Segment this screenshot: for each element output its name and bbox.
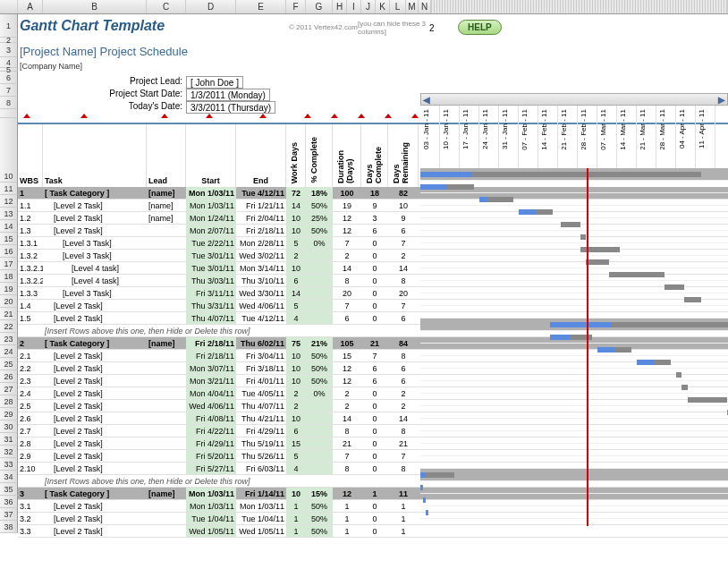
cell-lead[interactable]	[147, 400, 186, 412]
cell-end[interactable]: Thu 5/26/11	[236, 450, 286, 462]
row-num[interactable]: 3	[0, 43, 18, 57]
cell-days-complete[interactable]: 18	[361, 187, 388, 199]
col-N[interactable]: N	[419, 0, 431, 13]
cell-pct[interactable]: 50%	[306, 200, 333, 211]
cell-days-complete[interactable]: 0	[361, 463, 388, 474]
cell-duration[interactable]: 1	[333, 500, 361, 512]
cell-end[interactable]: Fri 4/01/11	[236, 375, 286, 386]
cell-wbs[interactable]: 2.9	[18, 450, 43, 462]
cell-end[interactable]: Wed 1/05/11	[236, 525, 286, 537]
cell-task[interactable]: [Level 2 Task]	[43, 212, 147, 224]
row-num[interactable]: 20	[0, 295, 18, 308]
cell-end[interactable]: Fri 1/14/11	[236, 488, 286, 499]
cell-end[interactable]: Mon 3/14/11	[236, 262, 286, 274]
cell-start[interactable]: Thu 3/03/11	[186, 275, 236, 286]
cell-lead[interactable]	[147, 513, 186, 524]
row-num[interactable]: 38	[0, 521, 18, 533]
col-L[interactable]: L	[390, 0, 406, 13]
gantt-bar[interactable]	[586, 259, 608, 265]
cell-work-days[interactable]: 2	[286, 400, 306, 412]
cell-work-days[interactable]: 10	[286, 488, 306, 499]
cell-end[interactable]: Thu 4/07/11	[236, 400, 286, 412]
cell-wbs[interactable]: 2.8	[18, 437, 43, 449]
cell-days-complete[interactable]: 6	[361, 225, 388, 236]
cell-days-remaining[interactable]: 2	[388, 387, 419, 399]
cell-days-complete[interactable]: 0	[361, 400, 388, 412]
cell-task[interactable]: [Level 2 Task]	[43, 300, 147, 311]
cell-days-remaining[interactable]: 1	[388, 525, 419, 537]
cell-duration[interactable]: 12	[333, 488, 361, 499]
cell-task[interactable]: [Level 4 task]	[43, 262, 147, 274]
cell-days-complete[interactable]: 0	[361, 300, 388, 311]
hdr-days-complete[interactable]: Days Complete	[363, 126, 385, 185]
cell-work-days[interactable]: 10	[286, 412, 306, 424]
cell-work-days[interactable]: 6	[286, 275, 306, 286]
hdr-duration[interactable]: Duration (Days)	[334, 126, 356, 185]
cell-duration[interactable]: 105	[333, 337, 361, 349]
cell-wbs[interactable]: 3	[18, 488, 43, 499]
cell-days-remaining[interactable]: 6	[388, 375, 419, 386]
cell-work-days[interactable]: 5	[286, 450, 306, 462]
cell-lead[interactable]	[147, 450, 186, 462]
cell-duration[interactable]: 2	[333, 250, 361, 261]
row-num[interactable]: 1	[0, 14, 18, 38]
cell-pct[interactable]	[306, 400, 333, 412]
cell-days-complete[interactable]: 0	[361, 237, 388, 249]
cell-days-remaining[interactable]: 84	[388, 337, 419, 349]
cell-lead[interactable]	[147, 225, 186, 236]
cell-start[interactable]: Mon 1/03/11	[186, 200, 236, 211]
cell-days-remaining[interactable]: 9	[388, 212, 419, 224]
cell-pct[interactable]	[306, 463, 333, 474]
cell-wbs[interactable]: 1.3.2.2	[18, 275, 43, 286]
cell-lead[interactable]	[147, 262, 186, 274]
cell-duration[interactable]: 1	[333, 525, 361, 537]
gantt-bar[interactable]	[681, 385, 687, 390]
cell-wbs[interactable]: 1.4	[18, 300, 43, 311]
cell-end[interactable]: Wed 3/30/11	[236, 287, 286, 299]
cell-end[interactable]: Wed 4/06/11	[236, 300, 286, 311]
cell-wbs[interactable]: 2.6	[18, 412, 43, 424]
cell-work-days[interactable]: 1	[286, 500, 306, 512]
cell-task[interactable]: [Level 2 Task]	[43, 425, 147, 437]
cell-work-days[interactable]: 75	[286, 337, 306, 349]
project-start-field[interactable]: 1/3/2011 (Monday)	[186, 89, 270, 101]
cell-task[interactable]: [Level 3 Task]	[43, 250, 147, 261]
cell-work-days[interactable]: 2	[286, 250, 306, 261]
cell-lead[interactable]	[147, 350, 186, 361]
cell-days-remaining[interactable]: 20	[388, 287, 419, 299]
cell-duration[interactable]: 8	[333, 275, 361, 286]
col-K[interactable]: K	[376, 0, 390, 13]
todays-date-field[interactable]: 3/3/2011 (Thursday)	[186, 101, 275, 114]
cell-days-remaining[interactable]: 11	[388, 488, 419, 499]
cell-task[interactable]: [Level 2 Task]	[43, 463, 147, 474]
cell-days-complete[interactable]: 1	[361, 488, 388, 499]
row-num[interactable]: 17	[0, 258, 18, 270]
hdr-work-days[interactable]: Work Days	[288, 140, 301, 185]
cell-pct[interactable]	[306, 450, 333, 462]
row-num[interactable]: 19	[0, 283, 18, 295]
cell-end[interactable]: Fri 2/04/11	[236, 212, 286, 224]
gantt-scroll-right-icon[interactable]: ▶	[718, 95, 725, 105]
cell-end[interactable]: Thu 6/02/11	[236, 337, 286, 349]
cell-task[interactable]: [ Task Category ]	[43, 187, 147, 199]
cell-start[interactable]: Thu 4/07/11	[186, 312, 236, 324]
cell-work-days[interactable]: 2	[286, 387, 306, 399]
col-B[interactable]: B	[43, 0, 147, 13]
cell-lead[interactable]	[147, 250, 186, 261]
cell-start[interactable]: Fri 4/08/11	[186, 412, 236, 424]
row-num[interactable]: 33	[0, 458, 18, 471]
row-num[interactable]: 24	[0, 345, 18, 358]
gantt-bar[interactable]	[688, 397, 727, 403]
cell-wbs[interactable]: 2.1	[18, 350, 43, 361]
cell-pct[interactable]: 18%	[306, 187, 333, 199]
cell-end[interactable]: Fri 1/21/11	[236, 200, 286, 211]
cell-start[interactable]: Fri 4/22/11	[186, 425, 236, 437]
cell-pct[interactable]	[306, 262, 333, 274]
col-M[interactable]: M	[406, 0, 419, 13]
hdr-task[interactable]: Task	[43, 124, 147, 187]
cell-work-days[interactable]: 10	[286, 225, 306, 236]
cell-duration[interactable]: 100	[333, 187, 361, 199]
cell-days-complete[interactable]: 21	[361, 337, 388, 349]
cell-start[interactable]: Wed 1/05/11	[186, 525, 236, 537]
cell-duration[interactable]: 19	[333, 200, 361, 211]
